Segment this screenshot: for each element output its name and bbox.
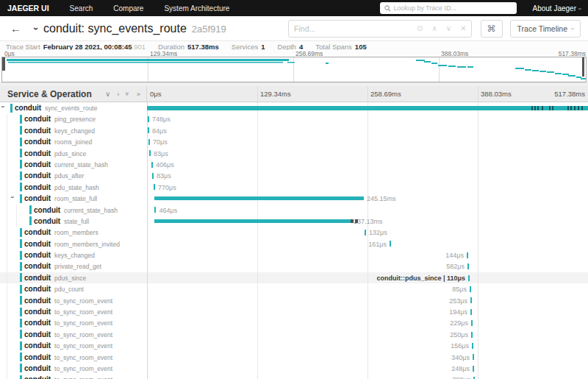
back-button[interactable]: ← xyxy=(10,22,21,35)
span-bar[interactable] xyxy=(147,106,588,110)
span-name-cell[interactable]: conduitroom_members_invited xyxy=(0,238,147,249)
span-name-cell[interactable]: › conduitroom_state_full xyxy=(0,193,147,204)
span-name-cell[interactable]: conduitpdus_since xyxy=(0,148,147,159)
span-bar[interactable] xyxy=(365,230,366,235)
span-name-cell[interactable]: conduitpdus_since xyxy=(0,272,147,283)
span-timeline-cell[interactable] xyxy=(147,102,588,113)
span-timeline-cell[interactable]: 253μs xyxy=(147,295,588,306)
span-row[interactable]: conduitpdus_since conduit::pdus_since | … xyxy=(0,272,588,283)
expand-all-icon[interactable]: » xyxy=(137,90,140,98)
collapse-trace-chevron-icon[interactable]: › xyxy=(31,27,41,30)
span-row[interactable]: conduitkeys_changed 84μs xyxy=(0,125,588,136)
span-bar[interactable] xyxy=(470,286,471,292)
span-name-cell[interactable]: conduitpdus_after xyxy=(0,170,147,181)
span-timeline-cell[interactable]: 156μs xyxy=(147,340,588,351)
span-bar[interactable] xyxy=(470,309,472,315)
span-timeline-cell[interactable]: 582μs xyxy=(147,261,588,272)
span-row[interactable]: conduitto_sync_room_event 229μs xyxy=(0,317,588,328)
span-name-cell[interactable]: conduitto_sync_room_event xyxy=(0,317,147,328)
span-bar[interactable] xyxy=(390,241,391,247)
find-clear-icon[interactable]: ✕ xyxy=(456,24,470,32)
span-row[interactable]: conduitcurrent_state_hash 406μs xyxy=(0,159,588,170)
span-row[interactable]: conduitto_sync_room_event 340μs xyxy=(0,352,588,363)
span-row[interactable]: › conduitsync_events_route xyxy=(0,102,588,113)
span-timeline-cell[interactable]: 132μs xyxy=(147,227,588,238)
trace-view-select[interactable]: Trace Timeline› xyxy=(510,20,581,38)
span-timeline-cell[interactable]: 84μs xyxy=(147,125,588,136)
find-prev-icon[interactable]: ∧ xyxy=(427,24,441,32)
span-timeline-cell[interactable]: 390μs xyxy=(147,374,588,379)
span-timeline-cell[interactable]: 248μs xyxy=(147,363,588,374)
span-name-cell[interactable]: conduitto_sync_room_event xyxy=(0,352,147,363)
span-row[interactable]: conduitpdu_count 85μs xyxy=(0,283,588,294)
span-row[interactable]: conduitcurrent_state_hash 464μs xyxy=(0,205,588,216)
trace-id-search[interactable] xyxy=(380,2,517,14)
chevron-down-icon[interactable]: › xyxy=(0,106,7,108)
span-bar[interactable] xyxy=(470,297,472,303)
span-bar[interactable] xyxy=(154,184,155,190)
span-timeline-cell[interactable]: 85μs xyxy=(147,283,588,294)
span-row[interactable]: conduitkeys_changed 144μs xyxy=(0,249,588,261)
span-timeline-cell[interactable]: 245.15ms xyxy=(147,193,588,204)
span-name-cell[interactable]: conduitcurrent_state_hash xyxy=(0,159,147,170)
span-row[interactable]: conduitto_sync_room_event 156μs xyxy=(0,340,588,351)
trace-id-search-input[interactable] xyxy=(394,4,512,12)
collapse-one-icon[interactable]: ∨ xyxy=(105,90,110,98)
span-row[interactable]: conduitroom_members 132μs xyxy=(0,227,588,238)
span-bar[interactable] xyxy=(468,275,470,281)
span-timeline-cell[interactable]: 250μs xyxy=(147,329,588,340)
span-bar[interactable] xyxy=(152,173,154,179)
span-row[interactable]: conduitprivate_read_get 582μs xyxy=(0,261,588,272)
span-name-cell[interactable]: conduitcurrent_state_hash xyxy=(0,205,147,216)
span-bar[interactable] xyxy=(149,150,151,156)
span-timeline-cell[interactable]: 464μs xyxy=(147,205,588,216)
span-timeline-cell[interactable]: 70μs xyxy=(147,136,588,147)
span-timeline-cell[interactable]: 83μs xyxy=(147,148,588,159)
span-bar[interactable] xyxy=(148,139,150,145)
span-name-cell[interactable]: › conduitsync_events_route xyxy=(0,102,147,113)
span-name-cell[interactable]: conduitkeys_changed xyxy=(0,125,147,136)
expand-one-icon[interactable]: › xyxy=(117,90,119,98)
span-bar[interactable] xyxy=(154,219,351,223)
span-name-cell[interactable]: conduitto_sync_room_event xyxy=(0,340,147,351)
span-row[interactable]: conduitto_sync_room_event 253μs xyxy=(0,295,588,306)
span-timeline-cell[interactable]: 406μs xyxy=(147,159,588,170)
nav-item-system-architecture[interactable]: System Architecture xyxy=(164,4,229,13)
app-logo[interactable]: JAEGER UI xyxy=(7,4,49,13)
chevron-down-icon[interactable]: › xyxy=(9,196,16,199)
find-match-icon[interactable]: ⊙ xyxy=(412,24,427,32)
span-name-cell[interactable]: conduitto_sync_room_event xyxy=(0,363,147,374)
span-timeline-cell[interactable]: 144μs xyxy=(147,249,588,261)
span-bar[interactable] xyxy=(467,252,468,258)
span-name-cell[interactable]: conduitstate_full xyxy=(0,216,147,227)
span-name-cell[interactable]: conduitpdu_count xyxy=(0,283,147,294)
span-bar[interactable] xyxy=(473,366,474,372)
find-input[interactable] xyxy=(289,24,412,33)
span-name-cell[interactable]: conduitrooms_joined xyxy=(0,136,147,147)
span-row[interactable]: conduitping_presence 748μs xyxy=(0,113,588,124)
trace-minimap[interactable] xyxy=(1,57,587,82)
span-name-cell[interactable]: conduitto_sync_room_event xyxy=(0,295,147,306)
span-timeline-cell[interactable]: 237.13ms xyxy=(147,216,588,227)
span-name-cell[interactable]: conduitroom_members xyxy=(0,227,147,238)
span-bar[interactable] xyxy=(473,354,474,360)
nav-item-search[interactable]: Search xyxy=(70,4,93,13)
keyboard-shortcuts-button[interactable]: ⌘ xyxy=(481,20,503,38)
span-name-cell[interactable]: conduitping_presence xyxy=(0,113,147,124)
span-timeline-cell[interactable]: 161μs xyxy=(147,238,588,249)
span-row[interactable]: conduitto_sync_room_event 248μs xyxy=(0,363,588,374)
span-row[interactable]: › conduitroom_state_full 245.15ms xyxy=(0,193,588,204)
span-row[interactable]: conduitto_sync_room_event 194μs xyxy=(0,306,588,317)
span-timeline-cell[interactable]: 83μs xyxy=(147,170,588,181)
span-bar[interactable] xyxy=(154,207,156,213)
span-row[interactable]: conduitroom_members_invited 161μs xyxy=(0,238,588,249)
span-name-cell[interactable]: conduitkeys_changed xyxy=(0,249,147,261)
span-timeline-cell[interactable]: 229μs xyxy=(147,317,588,328)
span-bar[interactable] xyxy=(471,320,473,326)
span-timeline-cell[interactable]: 194μs xyxy=(147,306,588,317)
about-jaeger-menu[interactable]: About Jaeger› xyxy=(533,4,581,13)
span-timeline-cell[interactable]: 748μs xyxy=(147,113,588,124)
span-row[interactable]: conduitpdus_after 83μs xyxy=(0,170,588,181)
span-name-cell[interactable]: conduitto_sync_room_event xyxy=(0,306,147,317)
span-row[interactable]: conduitto_sync_room_event 250μs xyxy=(0,329,588,340)
